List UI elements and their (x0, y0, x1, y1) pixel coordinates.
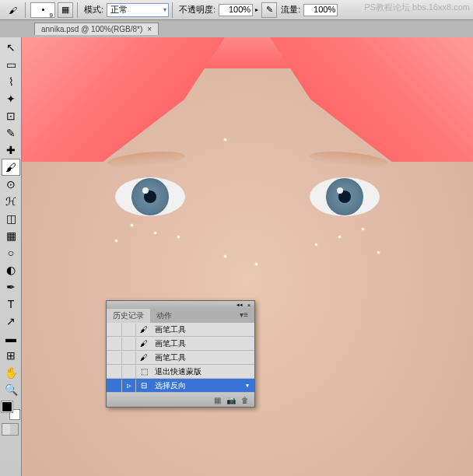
type-tool[interactable]: T (2, 296, 20, 313)
close-panel-icon[interactable]: × (245, 302, 253, 308)
quick-mask-toggle[interactable] (2, 423, 19, 436)
history-step-icon: ⬚ (136, 367, 152, 376)
panel-footer: ▦ 📷 🗑 (107, 393, 254, 407)
history-step-icon: 🖌 (136, 353, 152, 362)
move-tool[interactable]: ↖ (2, 39, 20, 56)
document-tab-bar: annika.psd @ 100%(RGB/8*) × (0, 20, 473, 37)
toolbox: ↖▭⌇✦⊡✎✚🖌⊙ℋ◫▦○◐✒T↗▬⊞✋🔍 (0, 37, 22, 476)
history-step-label: 画笔工具 (152, 338, 253, 349)
delete-state-icon[interactable]: 🗑 (239, 394, 251, 405)
pen-tool[interactable]: ✒ (2, 278, 20, 296)
canvas[interactable]: ◂◂ × 历史记录 动作 ▾≡ 🖌画笔工具🖌画笔工具🖌画笔工具⬚退出快速蒙版▹⊟… (22, 37, 473, 476)
document-tab[interactable]: annika.psd @ 100%(RGB/8*) × (34, 23, 159, 35)
photo-content (22, 37, 473, 476)
brush-preset-picker[interactable]: 9 (30, 2, 55, 18)
lasso-tool[interactable]: ⌇ (2, 73, 20, 90)
close-icon[interactable]: × (147, 25, 152, 33)
history-item[interactable]: ⬚退出快速蒙版 (107, 365, 254, 379)
blend-mode-dropdown[interactable]: 正常 (107, 3, 169, 17)
flow-label: 流量: (281, 4, 300, 16)
blur-tool[interactable]: ○ (2, 244, 20, 261)
crop-tool[interactable]: ⊡ (2, 107, 20, 124)
flow-input[interactable]: 100% (303, 4, 338, 16)
history-step-icon: 🖌 (136, 339, 152, 348)
history-brush-tool[interactable]: ℋ (2, 193, 20, 210)
opacity-arrow-icon[interactable]: ▸ (253, 4, 261, 16)
brush-tool[interactable]: 🖌 (2, 159, 20, 176)
shape-tool[interactable]: ▬ (2, 330, 20, 347)
history-step-icon: ⊟ (136, 381, 152, 390)
tab-actions[interactable]: 动作 (150, 309, 178, 323)
hand-tool[interactable]: ✋ (2, 364, 20, 381)
chevron-down-icon[interactable]: ▾ (242, 382, 253, 389)
options-bar: 🖌 9 ▦ 模式: 正常 不透明度: 100% ▸ ✎ 流量: 100% PS教… (0, 0, 473, 20)
opacity-input[interactable]: 100% (219, 4, 253, 16)
history-step-label: 画笔工具 (152, 352, 253, 363)
history-item[interactable]: 🖌画笔工具 (107, 351, 254, 365)
tablet-opacity-toggle[interactable]: ✎ (261, 2, 277, 18)
mode-label: 模式: (84, 4, 103, 16)
healing-tool[interactable]: ✚ (2, 142, 20, 159)
tab-history[interactable]: 历史记录 (107, 309, 150, 323)
stamp-tool[interactable]: ⊙ (2, 176, 20, 193)
gradient-tool[interactable]: ▦ (2, 227, 20, 244)
eraser-tool[interactable]: ◫ (2, 210, 20, 227)
brush-panel-toggle[interactable]: ▦ (58, 2, 73, 18)
zoom-tool[interactable]: 🔍 (2, 381, 20, 398)
history-list: 🖌画笔工具🖌画笔工具🖌画笔工具⬚退出快速蒙版▹⊟选择反向▾ (107, 323, 254, 393)
dodge-tool[interactable]: ◐ (2, 261, 20, 278)
history-item[interactable]: 🖌画笔工具 (107, 323, 254, 337)
color-swatches[interactable] (2, 401, 20, 420)
eyedropper-tool[interactable]: ✎ (2, 124, 20, 142)
new-snapshot-icon[interactable]: 📷 (225, 394, 237, 405)
current-tool-icon: 🖌 (3, 2, 22, 18)
history-item[interactable]: 🖌画笔工具 (107, 337, 254, 351)
panel-menu-icon[interactable]: ▾≡ (233, 309, 254, 323)
path-tool[interactable]: ↗ (2, 313, 20, 330)
foreground-color[interactable] (2, 401, 12, 412)
marquee-tool[interactable]: ▭ (2, 56, 20, 73)
history-step-label: 退出快速蒙版 (152, 366, 253, 377)
history-step-label: 选择反向 (152, 380, 242, 391)
panel-header[interactable]: ◂◂ × (107, 301, 254, 309)
history-item[interactable]: ▹⊟选择反向▾ (107, 379, 254, 393)
history-panel: ◂◂ × 历史记录 动作 ▾≡ 🖌画笔工具🖌画笔工具🖌画笔工具⬚退出快速蒙版▹⊟… (106, 300, 255, 408)
wand-tool[interactable]: ✦ (2, 90, 20, 107)
watermark-text: PS教程论坛 bbs.16xx8.com (364, 2, 470, 13)
notes-tool[interactable]: ⊞ (2, 347, 20, 364)
collapse-icon[interactable]: ◂◂ (236, 302, 244, 308)
opacity-label: 不透明度: (179, 4, 215, 16)
snapshot-from-state-icon[interactable]: ▦ (211, 394, 223, 405)
history-step-icon: 🖌 (136, 325, 152, 334)
history-step-label: 画笔工具 (152, 324, 253, 335)
